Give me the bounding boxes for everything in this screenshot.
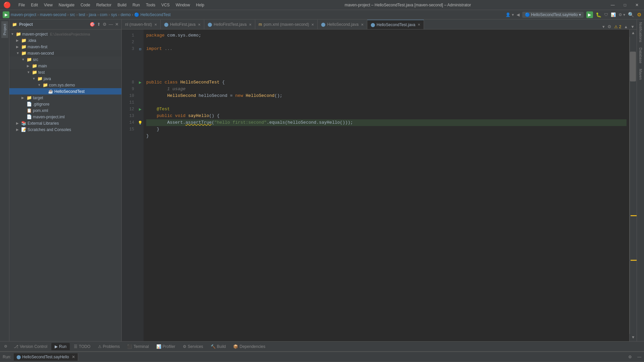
run-button[interactable]: ▶ (586, 11, 593, 18)
code-editor[interactable]: 1 2 3 8 9 10 11 12 13 14 15 (122, 29, 637, 341)
title-bar-right: — □ ✕ (609, 3, 641, 7)
tab-maven-first-nl[interactable]: nl (maven-first) ✕ (122, 20, 161, 29)
tree-item-pom-xml[interactable]: ▶ 📋 pom.xml (9, 107, 121, 114)
tree-item-scratches[interactable]: ▶ 📝 Scratches and Consoles (9, 126, 121, 133)
tab-todo[interactable]: ☰ TODO (70, 343, 94, 350)
breadcrumb: maven-project › maven-second › src › tes… (11, 12, 171, 17)
maximize-button[interactable]: □ (622, 3, 628, 7)
tree-item-com-sys-demo[interactable]: ▼ 📁 com.sys.demo (9, 82, 121, 88)
locate-file-icon[interactable]: 🎯 (90, 22, 95, 27)
tab-terminal-label: Terminal (133, 344, 149, 349)
menu-tools[interactable]: Tools (143, 2, 158, 8)
tab-terminal[interactable]: ⬛ Terminal (124, 343, 152, 350)
main-layout: Project 📁 Project 🎯 ⬆ ⚙ — ✕ ▼ 📁 maven-pr… (0, 19, 644, 341)
tree-item-external-libraries[interactable]: ▶ 📚 External Libraries (9, 120, 121, 126)
menu-code[interactable]: Code (78, 2, 93, 8)
run-tab-hello[interactable]: ⬤ HelloSecondTest.sayHello ✕ (14, 353, 78, 361)
gutter: ⊟ ▶ ▶ 💡 (137, 29, 144, 341)
project-more-icon[interactable]: — (109, 22, 113, 27)
run-tab-bar: Run: ⬤ HelloSecondTest.sayHello ✕ ⚙ — (0, 352, 644, 362)
menu-view[interactable]: View (41, 2, 55, 8)
collapse-editor-icon[interactable]: ▼ (631, 24, 635, 29)
project-tab[interactable]: Project (1, 21, 8, 38)
tab-todo-label: TODO (79, 344, 90, 349)
menu-navigate[interactable]: Navigate (56, 2, 77, 8)
menu-bar: File Edit View Navigate Code Refactor Bu… (16, 2, 207, 8)
menu-help[interactable]: Help (193, 2, 207, 8)
tree-item-iml[interactable]: ▶ 📄 maven-project.iml (9, 114, 121, 120)
tab-problems[interactable]: ⚠ Problems (95, 343, 123, 350)
tree-item-src[interactable]: ▼ 📁 src (9, 56, 121, 63)
coverage-button[interactable]: 🛡 (604, 12, 608, 17)
minimize-button[interactable]: — (609, 3, 617, 7)
run-method-icon[interactable]: ▶ (139, 107, 142, 112)
tree-item-maven-first[interactable]: ▶ 📁 maven-first (9, 44, 121, 50)
tree-item-maven-second[interactable]: ▼ 📁 maven-second (9, 50, 121, 56)
notifications-tab[interactable]: Notifications (638, 19, 644, 45)
run-settings-icon[interactable]: ⚙ (628, 355, 632, 359)
run-config-button[interactable]: ▶ (3, 11, 9, 18)
menu-window[interactable]: Window (173, 2, 193, 8)
tab-run[interactable]: ▶ Run (51, 343, 70, 350)
scroll-down-arrow[interactable]: ▼ (631, 334, 636, 341)
tab-HelloSecondTest[interactable]: ⬤ HelloSecondTest.java ✕ (367, 20, 424, 29)
search-everywhere-button[interactable]: 🔍 (628, 12, 634, 18)
code-line-10 (146, 99, 627, 106)
tab-dependencies[interactable]: 📦 Dependencies (230, 343, 269, 350)
tab-profiler[interactable]: 📊 Profiler (153, 343, 179, 350)
collapse-all-icon[interactable]: ⬆ (97, 22, 101, 27)
menu-refactor[interactable]: Refactor (94, 2, 114, 8)
scroll-up-arrow[interactable]: ▲ (631, 29, 636, 37)
menu-run[interactable]: Run (130, 2, 143, 8)
run-tab-close[interactable]: ✕ (72, 355, 75, 359)
menu-file[interactable]: File (16, 2, 28, 8)
tree-item-idea[interactable]: ▶ 📁 .idea (9, 37, 121, 44)
tab-HelloSecond[interactable]: ⬤ HelloSecond.java ✕ (318, 20, 367, 29)
menu-edit[interactable]: Edit (28, 2, 41, 8)
tab-HelloFirstTest[interactable]: ⬤ HelloFirstTest.java ✕ (204, 20, 255, 29)
menu-vcs[interactable]: VCS (159, 2, 172, 8)
more-run-options[interactable]: ⚙ ▾ (619, 12, 625, 17)
database-tab[interactable]: Database (638, 45, 644, 66)
code-content[interactable]: package com.sys.demo; import ... public … (144, 29, 629, 341)
maven-tab[interactable]: Maven (638, 66, 644, 82)
menu-build[interactable]: Build (115, 2, 129, 8)
tab-settings-icon[interactable]: ⚙ (607, 24, 611, 29)
todo-icon: ☰ (74, 344, 77, 349)
close-button[interactable]: ✕ (633, 3, 641, 7)
tree-item-target[interactable]: ▶ 📁 target (9, 95, 121, 101)
scroll-arrows: ▲ ▼ (629, 29, 637, 341)
fold-icon[interactable]: ⊟ (139, 47, 142, 51)
profiler-button[interactable]: 📊 (611, 12, 616, 17)
tree-item-root[interactable]: ▼ 📁 maven-project E:\Java\IdeaProjects\m… (9, 31, 121, 37)
tab-HelloFirst[interactable]: ⬤ HelloFirst.java ✕ (161, 20, 204, 29)
tab-overflow-icon[interactable]: ▾ (602, 24, 605, 29)
tab-pom-xml-maven-second[interactable]: m pom.xml (maven-second) ✕ (255, 20, 318, 29)
run-panel-hide[interactable]: — (637, 355, 641, 359)
code-line-1: package com.sys.demo; (146, 32, 627, 39)
project-settings-icon[interactable]: ⚙ (103, 22, 107, 27)
project-hide-icon[interactable]: ✕ (115, 22, 119, 27)
tab-build[interactable]: 🔨 Build (207, 343, 229, 350)
left-panel-tabs: Project (0, 19, 9, 341)
code-line-4 (146, 52, 627, 59)
run-class-icon[interactable]: ▶ (139, 80, 142, 85)
settings-button[interactable]: ⚙ (637, 12, 641, 18)
line-numbers: 1 2 3 8 9 10 11 12 13 14 15 (122, 29, 137, 341)
bulb-icon[interactable]: 💡 (138, 121, 143, 125)
debug-button[interactable]: 🐛 (596, 12, 601, 17)
back-icon[interactable]: ◀ (517, 12, 520, 17)
tree-item-main[interactable]: ▶ 📁 main (9, 63, 121, 69)
scrollbar-track[interactable] (630, 37, 637, 334)
tree-item-gitignore[interactable]: ▶ 📄 .gitignore (9, 101, 121, 107)
tree-item-java[interactable]: ▼ 📁 java (9, 75, 121, 82)
tree-item-HelloSecondTest[interactable]: ▶ ☕ HelloSecondTest (9, 88, 121, 95)
account-icon[interactable]: 👤 ▾ (505, 12, 514, 17)
tab-version-control[interactable]: ⎇ Version Control (10, 343, 51, 350)
tab-services[interactable]: ⚙ Services (179, 343, 207, 350)
scrollbar-thumb[interactable] (630, 52, 636, 81)
window-title: maven-project – HelloSecondTest.java [ma… (344, 3, 471, 7)
expand-editor-icon[interactable]: ▲ (624, 24, 628, 29)
run-config-selector[interactable]: 🔵 HelloSecondTest.sayHello ▾ (522, 12, 584, 18)
tree-item-test[interactable]: ▼ 📁 test (9, 69, 121, 75)
